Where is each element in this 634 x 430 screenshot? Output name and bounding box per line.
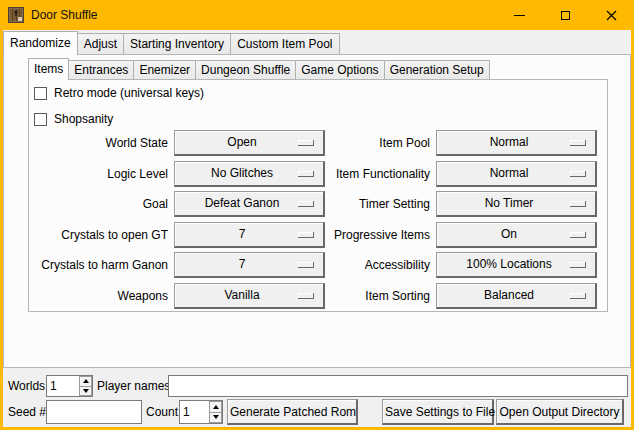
item-functionality-label: Item Functionality xyxy=(320,167,430,181)
tab-game-options[interactable]: Game Options xyxy=(295,60,384,79)
dropdown-indicator-icon xyxy=(298,262,314,268)
dropdown-indicator-icon xyxy=(570,171,586,177)
item-sorting-label: Item Sorting xyxy=(320,289,430,303)
window-title: Door Shuffle xyxy=(31,0,98,30)
world-state-label: World State xyxy=(30,136,168,150)
checkbox-box-icon[interactable] xyxy=(34,113,47,126)
player-names-input[interactable] xyxy=(168,375,628,397)
goal-label: Goal xyxy=(30,197,168,211)
spinner-arrows xyxy=(209,401,222,423)
dropdown-indicator-icon xyxy=(570,232,586,238)
player-names-label: Player names xyxy=(97,375,170,397)
tab-generation-setup[interactable]: Generation Setup xyxy=(384,60,490,79)
tab-enemizer[interactable]: Enemizer xyxy=(133,60,196,79)
tab-adjust[interactable]: Adjust xyxy=(77,33,124,54)
dropdown-indicator-icon xyxy=(298,171,314,177)
timer-setting-dropdown[interactable]: No Timer xyxy=(436,191,597,217)
open-output-directory-button[interactable]: Open Output Directory xyxy=(496,399,624,425)
item-pool-dropdown[interactable]: Normal xyxy=(436,130,597,156)
tab-dungeon-shuffle[interactable]: Dungeon Shuffle xyxy=(195,60,296,79)
title-bar: Door Shuffle xyxy=(0,0,634,30)
tab-entrances[interactable]: Entrances xyxy=(68,60,134,79)
close-icon[interactable] xyxy=(588,0,634,30)
accessibility-label: Accessibility xyxy=(320,258,430,272)
weapons-dropdown[interactable]: Vanilla xyxy=(174,283,325,309)
minimize-icon[interactable] xyxy=(496,0,542,30)
maximize-icon[interactable] xyxy=(542,0,588,30)
tab-randomize[interactable]: Randomize xyxy=(3,31,78,55)
world-state-dropdown[interactable]: Open xyxy=(174,130,325,156)
checkbox-box-icon[interactable] xyxy=(34,87,47,100)
accessibility-dropdown[interactable]: 100% Locations xyxy=(436,252,597,278)
worlds-value-input[interactable] xyxy=(47,376,78,396)
shopsanity-label: Shopsanity xyxy=(54,112,113,126)
generate-patched-rom-button[interactable]: Generate Patched Rom xyxy=(227,399,358,425)
goal-dropdown[interactable]: Defeat Ganon xyxy=(174,191,325,217)
weapons-label: Weapons xyxy=(30,289,168,303)
crystals-open-gt-label: Crystals to open GT xyxy=(30,228,168,242)
crystals-harm-ganon-label: Crystals to harm Ganon xyxy=(30,258,168,272)
dropdown-indicator-icon xyxy=(570,140,586,146)
dropdown-indicator-icon xyxy=(570,262,586,268)
count-spinbox[interactable] xyxy=(179,400,223,424)
tab-starting-inventory[interactable]: Starting Inventory xyxy=(123,33,231,54)
dropdown-indicator-icon xyxy=(570,201,586,207)
count-label: Count xyxy=(146,400,178,424)
worlds-label: Worlds xyxy=(8,375,45,397)
worlds-spinbox[interactable] xyxy=(46,375,93,397)
spinner-arrows xyxy=(79,376,92,396)
retro-mode-checkbox[interactable]: Retro mode (universal keys) xyxy=(34,86,204,100)
progressive-items-label: Progressive Items xyxy=(320,228,430,242)
logic-level-dropdown[interactable]: No Glitches xyxy=(174,161,325,187)
count-value-input[interactable] xyxy=(180,401,208,423)
logic-level-label: Logic Level xyxy=(30,167,168,181)
seed-label: Seed # xyxy=(8,400,46,424)
app-window: Door Shuffle Randomize Adjust Starting I… xyxy=(0,0,634,430)
retro-mode-label: Retro mode (universal keys) xyxy=(54,86,204,100)
progressive-items-dropdown[interactable]: On xyxy=(436,222,597,248)
save-settings-button[interactable]: Save Settings to File xyxy=(382,399,494,425)
tab-custom-item-pool[interactable]: Custom Item Pool xyxy=(230,33,339,54)
tab-items[interactable]: Items xyxy=(28,58,69,80)
shopsanity-checkbox[interactable]: Shopsanity xyxy=(34,112,113,126)
dropdown-indicator-icon xyxy=(298,140,314,146)
sub-tab-strip: Items Entrances Enemizer Dungeon Shuffle… xyxy=(28,57,489,79)
seed-input[interactable] xyxy=(46,400,142,424)
crystals-harm-ganon-dropdown[interactable]: 7 xyxy=(174,252,325,278)
crystals-open-gt-dropdown[interactable]: 7 xyxy=(174,222,325,248)
item-sorting-dropdown[interactable]: Balanced xyxy=(436,283,597,309)
spin-down-icon[interactable] xyxy=(209,412,222,424)
timer-setting-label: Timer Setting xyxy=(320,197,430,211)
spin-down-icon[interactable] xyxy=(79,386,92,397)
item-functionality-dropdown[interactable]: Normal xyxy=(436,161,597,187)
dropdown-indicator-icon xyxy=(298,293,314,299)
main-tab-strip: Randomize Adjust Starting Inventory Cust… xyxy=(3,30,339,54)
app-door-icon xyxy=(8,7,24,23)
dropdown-indicator-icon xyxy=(298,232,314,238)
dropdown-indicator-icon xyxy=(570,293,586,299)
dropdown-indicator-icon xyxy=(298,201,314,207)
item-pool-label: Item Pool xyxy=(320,136,430,150)
